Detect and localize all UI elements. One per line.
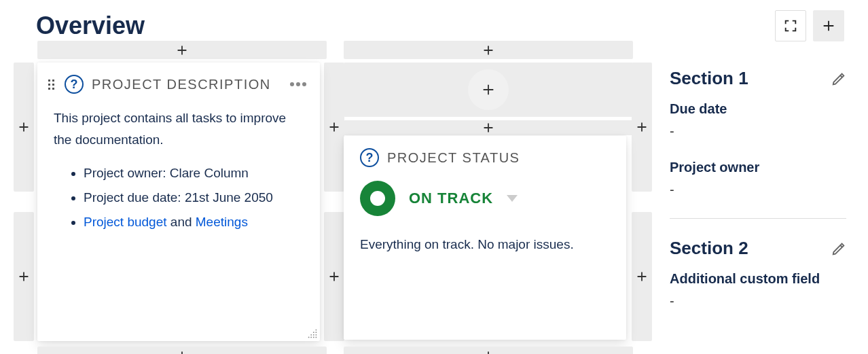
plus-icon [16, 120, 31, 135]
status-indicator-icon [360, 181, 395, 216]
plus-icon [821, 18, 836, 33]
page-header: Overview [36, 10, 844, 41]
field-value: - [670, 294, 846, 309]
owner-value: Clare Column [170, 166, 249, 180]
svg-point-3 [310, 334, 312, 336]
project-status-widget: ? PROJECT STATUS ON TRACK Everything on … [344, 136, 626, 340]
svg-point-6 [308, 337, 310, 338]
add-bottom-slot-col2[interactable] [344, 347, 633, 354]
fullscreen-button[interactable] [775, 10, 806, 41]
help-icon[interactable]: ? [65, 75, 84, 94]
plus-icon [327, 269, 342, 284]
plus-icon [175, 349, 189, 355]
widget-title: PROJECT STATUS [387, 150, 520, 166]
svg-point-7 [310, 337, 312, 338]
mid-gutter [324, 63, 344, 354]
right-gutter [632, 63, 652, 354]
add-top-slot-col1[interactable] [37, 41, 327, 59]
list-item: Project owner: Clare Column [84, 162, 304, 184]
more-menu-button[interactable] [290, 82, 306, 86]
svg-point-1 [313, 332, 314, 333]
add-right-slot-2[interactable] [632, 212, 652, 341]
due-value: 21st June 2050 [185, 190, 273, 205]
header-actions [775, 10, 844, 41]
list-item: Project budget and Meetings [84, 211, 304, 233]
budget-link[interactable]: Project budget [84, 215, 167, 229]
edit-section-button[interactable] [831, 71, 846, 86]
empty-slot-col2-a[interactable] [344, 63, 633, 117]
field-label: Additional custom field [670, 271, 846, 287]
list-item: Project due date: 21st June 2050 [84, 187, 304, 209]
description-intro: This project contains all tasks to impro… [54, 107, 304, 152]
divider [670, 218, 846, 219]
status-summary: Everything on track. No major issues. [360, 234, 610, 255]
svg-point-4 [313, 334, 314, 336]
project-description-widget: ? PROJECT DESCRIPTION This project conta… [37, 63, 320, 341]
add-bottom-slot-col1[interactable] [37, 347, 327, 354]
svg-point-9 [316, 337, 317, 338]
plus-icon [481, 349, 496, 355]
plus-icon [634, 269, 649, 284]
add-top-slot-col2[interactable] [344, 41, 633, 59]
field-label: Due date [670, 101, 846, 117]
add-mid-slot-1[interactable] [324, 63, 344, 192]
widget-header: ? PROJECT STATUS [360, 148, 610, 167]
field-value: - [670, 124, 846, 139]
plus-icon [481, 43, 496, 58]
plus-icon [327, 120, 342, 135]
due-label: Project due date: [84, 190, 185, 205]
add-widget-circle[interactable] [468, 69, 509, 110]
widget-title: PROJECT DESCRIPTION [92, 77, 271, 92]
widget-body: This project contains all tasks to impro… [54, 107, 304, 233]
owner-label: Project owner: [84, 166, 170, 180]
section-header: Section 2 [670, 238, 846, 259]
meetings-link[interactable]: Meetings [196, 215, 248, 229]
section-header: Section 1 [670, 68, 846, 89]
section-title: Section 1 [670, 68, 748, 89]
page-title: Overview [36, 12, 145, 40]
plus-icon [481, 82, 496, 97]
field-label: Project owner [670, 160, 846, 175]
add-widget-button[interactable] [813, 10, 844, 41]
empty-slot-col2-b[interactable] [344, 120, 633, 135]
svg-point-2 [316, 332, 317, 333]
column-1: ? PROJECT DESCRIPTION This project conta… [37, 41, 327, 59]
and-word: and [167, 215, 196, 229]
fullscreen-icon [783, 18, 798, 33]
add-mid-slot-2[interactable] [324, 212, 344, 341]
status-selector[interactable]: ON TRACK [360, 181, 610, 216]
edit-section-button[interactable] [831, 241, 846, 256]
svg-point-5 [316, 334, 317, 336]
plus-icon [634, 120, 649, 135]
resize-handle-icon[interactable] [306, 328, 319, 340]
drag-handle-icon[interactable] [47, 78, 56, 90]
svg-point-8 [313, 337, 314, 338]
widget-header: ? PROJECT DESCRIPTION [54, 75, 304, 94]
plus-icon [175, 43, 189, 58]
plus-icon [481, 120, 496, 135]
section-title: Section 2 [670, 238, 748, 259]
help-icon[interactable]: ? [360, 148, 379, 167]
add-left-slot-1[interactable] [14, 63, 34, 192]
column-2: ? PROJECT STATUS ON TRACK Everything on … [344, 41, 633, 59]
status-label: ON TRACK [409, 190, 493, 207]
svg-point-0 [316, 330, 317, 331]
left-gutter [14, 63, 34, 354]
chevron-down-icon [507, 195, 518, 202]
side-panel: Section 1 Due date - Project owner - Sec… [670, 68, 846, 330]
add-left-slot-2[interactable] [14, 212, 34, 341]
add-right-slot-1[interactable] [632, 63, 652, 192]
plus-icon [16, 269, 31, 284]
field-value: - [670, 182, 846, 198]
